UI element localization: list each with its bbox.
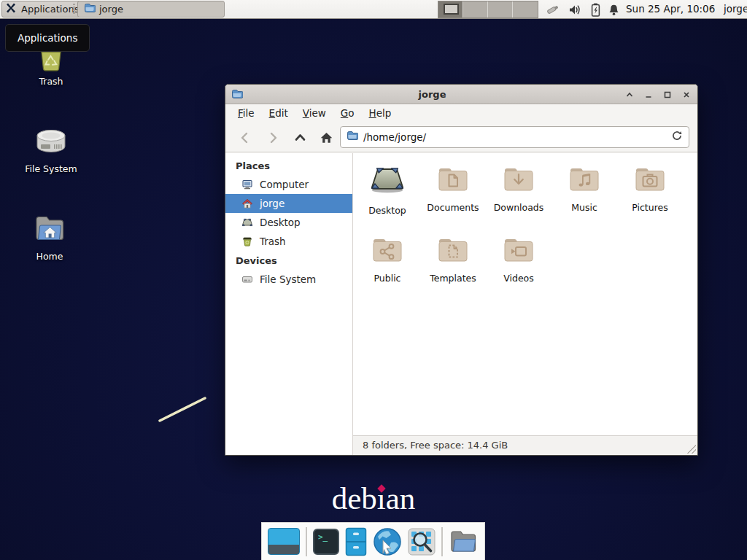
folder-pictures-icon: [632, 163, 667, 194]
sidebar-item-trash[interactable]: Trash: [225, 232, 352, 251]
window-title: jorge: [247, 85, 617, 104]
file-label: Templates: [420, 273, 486, 284]
path-input[interactable]: [363, 131, 666, 143]
folder-public-icon: [370, 234, 405, 265]
applications-menu-label: Applications: [21, 4, 79, 15]
toolbar: [225, 122, 697, 152]
desktop-icon-file-system[interactable]: File System: [18, 125, 85, 174]
file-label: Pictures: [617, 202, 683, 213]
tooltip-text: Applications: [18, 32, 77, 44]
sidebar-item-file-system[interactable]: File System: [225, 270, 352, 289]
back-button[interactable]: [234, 127, 255, 148]
menubar: File Edit View Go Help: [225, 104, 697, 122]
taskbar-window-button[interactable]: jorge: [77, 1, 225, 18]
home-folder-icon: [32, 211, 67, 245]
bottom-dock: >_: [261, 522, 485, 560]
applications-tooltip: Applications: [5, 24, 90, 52]
file-label: Documents: [420, 202, 486, 213]
statusbar: 8 folders, Free space: 14.4 GiB: [353, 435, 697, 455]
window-titlebar[interactable]: jorge: [225, 85, 697, 104]
path-folder-icon: [347, 130, 358, 144]
reload-icon[interactable]: [671, 130, 683, 144]
file-label: Public: [355, 273, 420, 284]
debian-logo-text: debıan: [332, 481, 416, 516]
sidebar-item-computer[interactable]: Computer: [225, 175, 352, 194]
file-label: Videos: [486, 273, 551, 284]
path-bar[interactable]: [340, 126, 689, 148]
workspace-1[interactable]: [438, 1, 463, 18]
resize-grip[interactable]: [687, 445, 696, 454]
directory-menu-launcher[interactable]: [449, 528, 478, 555]
web-browser-launcher[interactable]: [373, 527, 402, 556]
folder-documents-icon: [436, 163, 471, 194]
notifications-icon[interactable]: [606, 2, 621, 17]
panel-clock[interactable]: Sun 25 Apr, 10:06: [626, 0, 715, 19]
devices-header: Devices: [225, 251, 352, 270]
folder-downloads-icon: [501, 163, 536, 194]
battery-icon[interactable]: [588, 2, 603, 17]
menu-view[interactable]: View: [295, 104, 333, 122]
maximize-button[interactable]: [659, 87, 675, 102]
menu-help[interactable]: Help: [362, 104, 399, 122]
file-folder-documents[interactable]: Documents: [420, 163, 486, 213]
icon-view[interactable]: Desktop Documents: [353, 153, 697, 435]
terminal-launcher[interactable]: >_: [313, 529, 339, 555]
sidebar-item-jorge[interactable]: jorge: [225, 194, 352, 213]
folder-icon: [449, 528, 478, 555]
file-folder-music[interactable]: Music: [551, 163, 617, 213]
workspace-2[interactable]: [463, 1, 488, 18]
desktop-icon-home[interactable]: Home: [16, 211, 83, 262]
file-view: Desktop Documents: [353, 153, 697, 455]
window-folder-icon: [231, 88, 243, 103]
file-label: Music: [551, 202, 617, 213]
window-content: Places Computer jorge Desktop Trash: [225, 153, 697, 455]
sidebar-item-label: Desktop: [260, 217, 301, 228]
desktop-icon-label: File System: [18, 163, 85, 174]
menu-file[interactable]: File: [231, 104, 262, 122]
stylus-icon[interactable]: [546, 2, 560, 17]
top-panel: Applications jorge Sun 25 Apr, 10:06: [0, 0, 747, 19]
file-folder-templates[interactable]: Templates: [420, 234, 486, 284]
file-folder-public[interactable]: Public: [355, 234, 420, 284]
desktop-icon: [241, 217, 253, 228]
debian-logo: debıan: [0, 481, 747, 516]
desktop-surface-icon: [368, 163, 406, 197]
places-header: Places: [225, 156, 352, 175]
file-folder-pictures[interactable]: Pictures: [617, 163, 683, 213]
volume-icon[interactable]: [568, 2, 582, 17]
forward-button[interactable]: [262, 127, 283, 148]
file-folder-downloads[interactable]: Downloads: [486, 163, 551, 213]
file-manager-window: jorge File Edit View Go Help: [225, 84, 698, 456]
side-pane: Places Computer jorge Desktop Trash: [225, 153, 353, 455]
desktop-line-artifact: [153, 392, 212, 426]
menu-edit[interactable]: Edit: [262, 104, 295, 122]
workspace-3[interactable]: [488, 1, 513, 18]
file-label: Downloads: [486, 202, 551, 213]
show-desktop-button[interactable]: [268, 528, 300, 555]
app-finder-launcher[interactable]: [408, 528, 436, 556]
folder-templates-icon: [436, 234, 471, 265]
shade-button[interactable]: [622, 87, 637, 102]
file-label: Desktop: [355, 205, 420, 216]
panel-user-label[interactable]: jorge: [724, 0, 747, 19]
workspace-4[interactable]: [513, 1, 538, 18]
up-button[interactable]: [290, 127, 311, 148]
file-folder-videos[interactable]: Videos: [486, 234, 551, 284]
drive-icon: [34, 125, 69, 158]
sidebar-item-label: jorge: [260, 198, 285, 209]
close-button[interactable]: [678, 87, 694, 102]
sidebar-item-label: Trash: [260, 236, 286, 247]
sidebar-item-desktop[interactable]: Desktop: [225, 213, 352, 232]
drive-icon: [241, 273, 253, 285]
file-manager-launcher[interactable]: [345, 527, 367, 556]
taskbar-window-label: jorge: [99, 4, 123, 15]
desktop-root: Applications jorge Sun 25 Apr, 10:06: [0, 0, 747, 560]
workspace-switcher[interactable]: [438, 1, 538, 18]
home-button[interactable]: [316, 127, 337, 148]
sidebar-item-label: File System: [260, 273, 316, 285]
menu-go[interactable]: Go: [333, 104, 362, 122]
minimize-button[interactable]: [640, 87, 656, 102]
folder-window-icon: [84, 2, 96, 16]
workspace-window-thumb: [444, 4, 459, 15]
file-folder-desktop[interactable]: Desktop: [355, 163, 420, 216]
